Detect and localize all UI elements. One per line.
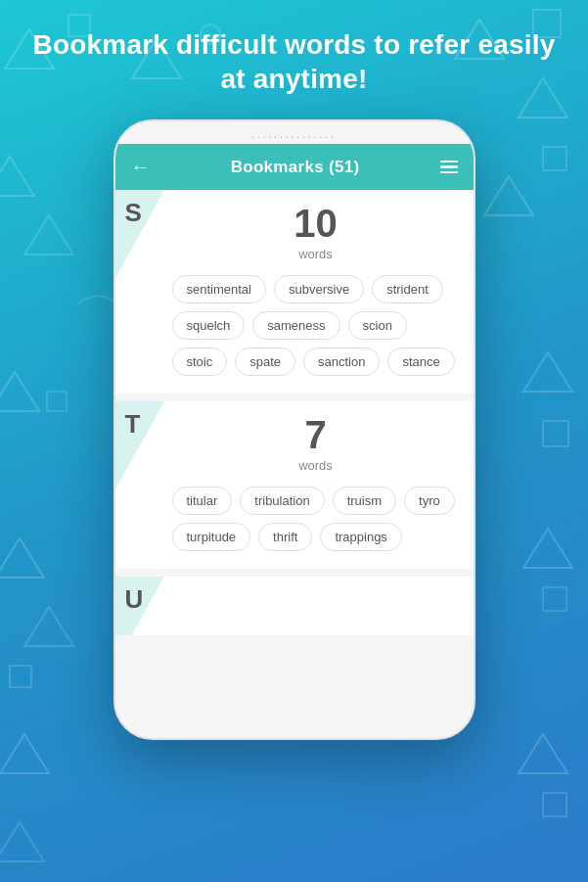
- svg-rect-9: [543, 147, 566, 170]
- chip-spate[interactable]: spate: [235, 348, 295, 376]
- section-t: T 7 words titular tribulation truism tyr…: [115, 401, 474, 569]
- chip-strident[interactable]: strident: [372, 275, 443, 303]
- menu-button[interactable]: [440, 161, 458, 174]
- svg-marker-16: [24, 607, 73, 646]
- svg-marker-11: [0, 372, 39, 411]
- section-s-letter-area: S: [115, 190, 164, 394]
- svg-marker-20: [0, 734, 49, 773]
- app-bar: ← Bookmarks (51): [115, 144, 474, 190]
- section-u-letter: U: [125, 584, 144, 615]
- svg-marker-10: [484, 176, 533, 215]
- menu-line-2: [440, 165, 458, 168]
- section-t-words-label: words: [172, 458, 460, 473]
- chip-tribulation[interactable]: tribulation: [240, 487, 324, 515]
- svg-marker-8: [24, 215, 73, 255]
- chip-subversive[interactable]: subversive: [274, 275, 364, 303]
- chip-sentimental[interactable]: sentimental: [172, 275, 266, 303]
- section-s-count: 10: [172, 202, 460, 245]
- svg-rect-22: [543, 793, 566, 816]
- svg-rect-17: [10, 666, 31, 687]
- svg-marker-18: [523, 529, 572, 568]
- svg-marker-23: [0, 822, 44, 861]
- svg-rect-14: [543, 421, 568, 446]
- menu-line-1: [440, 161, 458, 163]
- chip-squelch[interactable]: squelch: [172, 311, 246, 340]
- chip-scion[interactable]: scion: [348, 311, 407, 340]
- section-s-letter: S: [125, 198, 142, 228]
- svg-marker-21: [519, 734, 567, 773]
- section-t-body: 7 words titular tribulation truism tyro …: [115, 401, 474, 569]
- section-t-chips: titular tribulation truism tyro turpitud…: [172, 487, 460, 551]
- chip-sameness[interactable]: sameness: [252, 311, 339, 340]
- phone-notch: ...............: [115, 121, 474, 144]
- svg-rect-19: [543, 587, 566, 611]
- back-button[interactable]: ←: [131, 156, 151, 178]
- svg-marker-13: [523, 352, 572, 392]
- section-u-letter-area: U: [115, 577, 164, 635]
- section-t-letter: T: [125, 409, 141, 440]
- chip-trappings[interactable]: trappings: [320, 523, 401, 551]
- header-title: Bookmark difficult words to refer easily…: [0, 0, 588, 119]
- chip-tyro[interactable]: tyro: [404, 487, 455, 515]
- svg-marker-15: [0, 538, 44, 578]
- chip-titular[interactable]: titular: [172, 487, 233, 515]
- app-content[interactable]: S 10 words sentimental subversive stride…: [115, 190, 474, 738]
- svg-rect-12: [47, 392, 67, 411]
- chip-stance[interactable]: stance: [387, 348, 454, 376]
- section-s-body: 10 words sentimental subversive strident…: [115, 190, 474, 394]
- menu-line-3: [440, 171, 458, 174]
- chip-truism[interactable]: truism: [333, 487, 396, 515]
- chip-thrift[interactable]: thrift: [258, 523, 312, 551]
- app-bar-title: Bookmarks (51): [231, 158, 360, 177]
- section-s-chips: sentimental subversive strident squelch …: [172, 275, 460, 376]
- section-t-letter-area: T: [115, 401, 164, 569]
- chip-turpitude[interactable]: turpitude: [172, 523, 251, 551]
- section-s: S 10 words sentimental subversive stride…: [115, 190, 474, 394]
- svg-marker-7: [0, 157, 34, 196]
- section-u-partial: U: [115, 577, 474, 635]
- section-s-words-label: words: [172, 247, 460, 261]
- phone-mockup: ............... ← Bookmarks (51) S 10 wo…: [113, 119, 475, 740]
- chip-sanction[interactable]: sanction: [303, 348, 380, 376]
- chip-stoic[interactable]: stoic: [172, 348, 228, 376]
- section-t-count: 7: [172, 413, 460, 456]
